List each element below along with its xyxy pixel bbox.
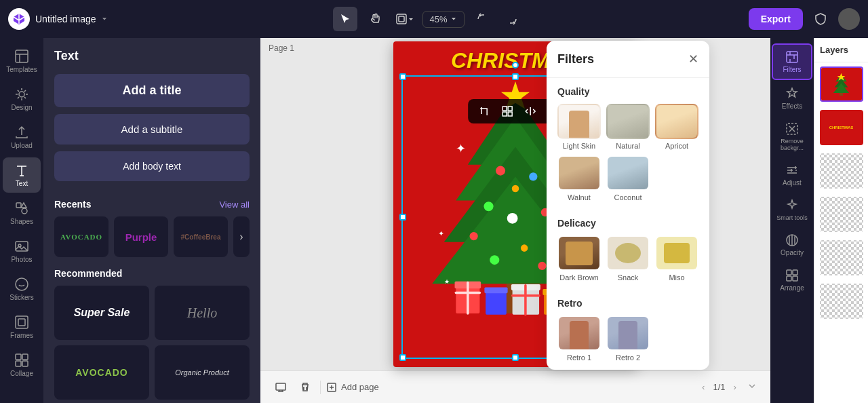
- layer-thumb-5[interactable]: [820, 240, 863, 275]
- svg-point-30: [507, 213, 518, 224]
- layer-thumb-6[interactable]: [820, 284, 863, 319]
- svg-text:✦: ✦: [438, 229, 444, 237]
- sidebar-item-upload[interactable]: Upload: [3, 119, 41, 155]
- filters-close-button[interactable]: ✕: [688, 52, 698, 66]
- filter-apricot[interactable]: Apricot: [655, 104, 698, 150]
- svg-text:★: ★: [444, 278, 450, 285]
- topbar-right: Export: [749, 7, 860, 31]
- app-logo[interactable]: [8, 8, 30, 30]
- page-count: 1/1: [713, 382, 725, 392]
- filter-snack[interactable]: Snack: [606, 235, 650, 282]
- recent-style-coffee[interactable]: #CoffeeBrea: [174, 216, 228, 257]
- layer-thumb-4[interactable]: [820, 197, 863, 232]
- sidebar-item-collage[interactable]: Collage: [3, 347, 41, 383]
- right-tool-remove-bg[interactable]: Remove backgr...: [772, 117, 812, 157]
- filter-delicacy-section: Delicacy Dark Brown: [547, 210, 709, 290]
- svg-rect-62: [787, 276, 791, 281]
- crop-button[interactable]: [475, 103, 494, 119]
- add-title-button[interactable]: Add a title: [54, 74, 250, 107]
- rec-item-avocado[interactable]: AVOCADO: [54, 345, 149, 400]
- right-tool-arrange[interactable]: Arrange: [772, 263, 812, 297]
- sidebar-item-frames[interactable]: Frames: [3, 309, 41, 345]
- delicacy-section-title: Delicacy: [557, 218, 698, 229]
- add-body-button[interactable]: Add body text: [54, 151, 250, 181]
- present-button[interactable]: [271, 378, 290, 397]
- right-tool-smart-label: Smart tools: [776, 214, 808, 221]
- sidebar-item-templates[interactable]: Templates: [3, 43, 41, 79]
- filter-apricot-thumb: [655, 104, 698, 139]
- filter-walnut[interactable]: Walnut: [557, 155, 601, 202]
- svg-point-31: [469, 232, 477, 240]
- select-tool-button[interactable]: [333, 7, 357, 31]
- next-page-button[interactable]: ›: [731, 379, 739, 395]
- frame-tool-button[interactable]: [393, 7, 417, 31]
- right-tool-effects[interactable]: Effects: [772, 81, 812, 115]
- delete-page-button[interactable]: [296, 378, 315, 397]
- svg-point-8: [16, 278, 28, 290]
- right-tool-adjust[interactable]: Adjust: [772, 158, 812, 192]
- svg-rect-13: [16, 361, 21, 366]
- right-tool-effects-label: Effects: [782, 102, 802, 110]
- recent-more-button[interactable]: ›: [233, 216, 250, 257]
- topbar-left: Untitled image: [8, 8, 108, 30]
- rec-item-organic[interactable]: Organic Product: [155, 345, 250, 400]
- layer-thumb-2[interactable]: CHRISTMAS: [820, 110, 863, 145]
- layer-thumb-3[interactable]: [820, 153, 863, 189]
- filter-dark-brown[interactable]: Dark Brown: [557, 235, 601, 282]
- rec-item-super-sale[interactable]: Super Sale: [54, 286, 149, 340]
- filters-title: Filters: [557, 52, 594, 66]
- sidebar-item-stickers[interactable]: Stickers: [3, 271, 41, 307]
- filter-retro1[interactable]: Retro 1: [557, 315, 601, 362]
- right-tool-smart[interactable]: Smart tools: [772, 193, 812, 227]
- filter-coconut-thumb: [606, 155, 650, 191]
- expand-pages-button[interactable]: [745, 379, 760, 396]
- filter-retro2-thumb: [606, 315, 650, 351]
- layout-button[interactable]: [498, 103, 517, 119]
- filter-snack-label: Snack: [618, 273, 639, 282]
- sidebar-design-label: Design: [11, 104, 32, 111]
- svg-rect-14: [22, 361, 28, 366]
- svg-rect-49: [524, 284, 527, 315]
- sidebar-text-label: Text: [16, 180, 28, 187]
- right-tools-sidebar: Filters Effects Remove backgr... Adjust …: [770, 38, 814, 403]
- layers-panel: Layers CHRISTMAS: [814, 38, 868, 403]
- zoom-button[interactable]: 45%: [422, 11, 465, 28]
- rec-item-hello[interactable]: Hello: [155, 286, 250, 340]
- shield-button[interactable]: [808, 7, 833, 31]
- undo-button[interactable]: [470, 7, 494, 31]
- filter-miso[interactable]: Miso: [655, 235, 698, 282]
- svg-rect-63: [793, 276, 797, 281]
- svg-rect-10: [18, 319, 25, 326]
- prev-page-button[interactable]: ‹: [699, 379, 707, 395]
- layer-thumb-1[interactable]: [820, 66, 863, 102]
- sidebar-item-shapes[interactable]: Shapes: [3, 195, 41, 231]
- view-all-link[interactable]: View all: [219, 199, 250, 210]
- filter-retro2-label: Retro 2: [616, 353, 640, 362]
- retro-section-title: Retro: [557, 298, 698, 309]
- redo-button[interactable]: [500, 7, 524, 31]
- document-title-area[interactable]: Untitled image: [35, 14, 108, 24]
- hand-tool-button[interactable]: [363, 7, 387, 31]
- filter-light-skin[interactable]: Light Skin: [557, 104, 601, 150]
- sidebar-item-text[interactable]: Text: [3, 157, 41, 193]
- right-tool-arrange-label: Arrange: [780, 284, 804, 292]
- export-button[interactable]: Export: [749, 8, 803, 30]
- quality-filter-grid: Light Skin Natural Apricot: [557, 104, 698, 202]
- filter-natural-label: Natural: [616, 142, 639, 150]
- sidebar-photos-label: Photos: [11, 256, 32, 263]
- filter-retro2[interactable]: Retro 2: [606, 315, 650, 362]
- divider: [320, 381, 321, 394]
- filter-coconut-label: Coconut: [614, 193, 642, 202]
- recent-style-purple[interactable]: Purple: [114, 216, 168, 257]
- recent-style-avocado[interactable]: AVOCADO: [54, 216, 108, 257]
- add-subtitle-button[interactable]: Add a subtitle: [54, 114, 250, 145]
- add-page-button[interactable]: Add page: [326, 382, 379, 393]
- flip-button[interactable]: [521, 103, 540, 119]
- sidebar-item-design[interactable]: Design: [3, 81, 41, 117]
- filters-panel: Filters ✕ Quality Light: [547, 41, 709, 370]
- right-tool-filters[interactable]: Filters: [772, 43, 812, 80]
- right-tool-opacity[interactable]: Opacity: [772, 228, 812, 262]
- filter-natural[interactable]: Natural: [606, 104, 650, 150]
- filter-coconut[interactable]: Coconut: [606, 155, 650, 202]
- sidebar-item-photos[interactable]: Photos: [3, 233, 41, 269]
